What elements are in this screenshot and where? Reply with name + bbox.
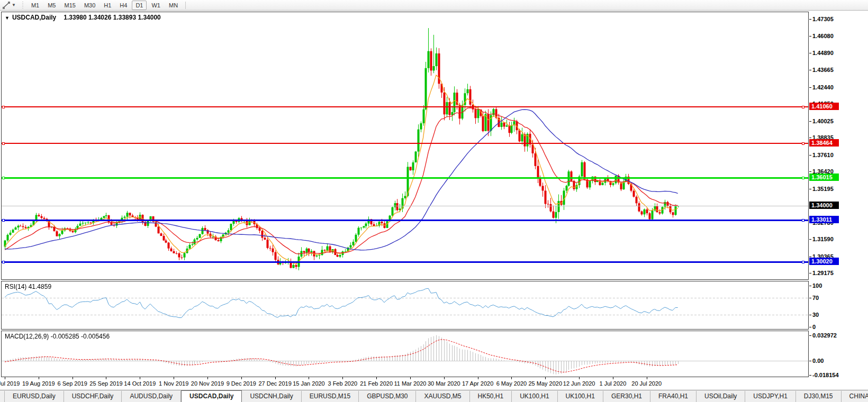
time-axis-tick — [174, 377, 174, 379]
timeframe-button-m15[interactable]: M15 — [60, 1, 79, 10]
time-axis-tick — [73, 377, 73, 379]
time-axis-tick — [309, 377, 309, 379]
line-anchor-handle[interactable] — [802, 106, 804, 108]
time-axis-tick — [410, 377, 411, 379]
chart-tab-usdcnh-daily-4[interactable]: USDCNH,Daily — [242, 391, 301, 402]
current-price-line — [2, 206, 808, 206]
time-axis-label: 11 Mar 2020 — [394, 380, 426, 387]
time-axis-label: 14 Oct 2019 — [124, 380, 156, 387]
time-axis-label: 12 Jun 2020 — [563, 380, 595, 387]
line-anchor-handle[interactable] — [802, 219, 804, 222]
time-axis-tick — [444, 377, 445, 379]
timeframe-button-m1[interactable]: M1 — [28, 1, 43, 10]
time-axis-label: 6 Sep 2019 — [58, 380, 87, 387]
rsi-axis-tick: 70 — [812, 295, 819, 301]
timeframe-button-h4[interactable]: H4 — [116, 1, 131, 10]
time-axis-tick — [241, 377, 242, 379]
time-axis-tick — [376, 377, 377, 379]
macd-canvas[interactable] — [2, 331, 808, 377]
chart-tab-usdjpy-h1-14[interactable]: USDJPY,H1 — [745, 391, 795, 402]
timeframe-button-m30[interactable]: M30 — [80, 1, 99, 10]
price-axis-tick: 1.44890 — [812, 50, 834, 56]
macd-axis-tick: -0.018154 — [812, 372, 839, 378]
chart-tab-uk100-h1-10[interactable]: UK100,H1 — [558, 391, 603, 402]
price-axis-tick: 1.31590 — [812, 236, 834, 242]
price-badge-1.36015: 1.36015 — [809, 173, 839, 181]
horizontal-level-line-1.38464[interactable] — [2, 143, 808, 144]
timeframe-button-h1[interactable]: H1 — [100, 1, 115, 10]
chart-symbol-period: USDCAD,Daily — [12, 14, 56, 21]
line-anchor-handle[interactable] — [802, 142, 804, 145]
macd-axis-tick: 0.032972 — [812, 332, 837, 339]
timeframe-button-m5[interactable]: M5 — [44, 1, 59, 10]
chart-tab-dj30-m15-15[interactable]: DJ30,M15 — [796, 391, 842, 402]
horizontal-level-line-1.36015[interactable] — [2, 177, 808, 179]
time-axis-tick — [342, 377, 343, 379]
chart-tab-china300-h4-16[interactable]: CHINA300,H4 — [842, 391, 868, 402]
chart-tab-xauusd-m5-7[interactable]: XAUUSD,M5 — [416, 391, 469, 402]
toolbar-grip[interactable] — [22, 2, 24, 9]
time-axis-label: 25 Sep 2019 — [89, 380, 122, 387]
price-axis-tick: 1.35195 — [812, 186, 834, 192]
time-axis-label: 31 Jul 2019 — [0, 380, 20, 387]
chart-tab-audusd-daily-2[interactable]: AUDUSD,Daily — [122, 391, 181, 402]
time-axis-tick — [545, 377, 546, 379]
timeframe-button-w1[interactable]: W1 — [148, 1, 164, 10]
time-axis-label: 20 Jul 2020 — [631, 380, 662, 387]
line-anchor-handle[interactable] — [802, 177, 804, 179]
time-axis-label: 30 Mar 2020 — [428, 380, 460, 387]
chart-title-caret[interactable]: ▼ — [5, 15, 10, 21]
trendline-tool-icon[interactable] — [2, 2, 11, 9]
chart-tab-usoil-daily-13[interactable]: USOil,Daily — [697, 391, 745, 402]
rsi-label: RSI(14) 41.4859 — [5, 283, 51, 290]
price-axis-tick: 1.42440 — [812, 84, 834, 90]
price-axis-tick: 1.43665 — [812, 67, 834, 73]
chart-tab-gbpusd-m30-6[interactable]: GBPUSD,M30 — [359, 391, 416, 402]
horizontal-level-line-1.41060[interactable] — [2, 106, 808, 107]
horizontal-level-line-1.30020[interactable] — [2, 261, 808, 263]
chart-tab-uk100-h1-9[interactable]: UK100,H1 — [512, 391, 557, 402]
price-axis-tick: 1.46080 — [812, 33, 834, 39]
time-axis-label: 25 May 2020 — [528, 380, 562, 387]
chart-title: ▼USDCAD,Daily1.33980 1.34026 1.33893 1.3… — [5, 14, 161, 21]
time-axis-label: 27 Dec 2019 — [258, 380, 291, 387]
time-axis-tick — [140, 377, 140, 379]
line-anchor-handle[interactable] — [2, 106, 5, 108]
chart-tab-ger30-h1-11[interactable]: GER30,H1 — [603, 391, 650, 402]
chart-tab-fra40-h1-12[interactable]: FRA40,H1 — [650, 391, 697, 402]
time-axis-tick — [5, 377, 5, 379]
chart-tab-usdcad-daily-3[interactable]: USDCAD,Daily — [181, 390, 242, 402]
toolbar-separator — [185, 2, 186, 9]
line-anchor-handle[interactable] — [2, 142, 5, 145]
rsi-indicator-panel: RSI(14) 41.4859 — [1, 281, 809, 330]
time-axis-tick — [478, 377, 478, 379]
horizontal-level-line-1.33011[interactable] — [2, 220, 808, 221]
price-axis-tick: 1.47305 — [812, 16, 834, 22]
price-axis-tick: 1.40025 — [812, 118, 834, 124]
time-axis-label: 6 May 2020 — [496, 380, 527, 387]
rsi-canvas[interactable] — [2, 281, 808, 329]
time-axis-tick — [207, 377, 208, 379]
chart-tab-eurusd-m15-5[interactable]: EURUSD,M15 — [302, 391, 359, 402]
price-chart-canvas[interactable] — [2, 12, 808, 279]
line-anchor-handle[interactable] — [802, 261, 804, 263]
timeframe-button-mn[interactable]: MN — [165, 1, 182, 10]
current-price-badge: 1.34000 — [809, 202, 839, 209]
price-axis: 1.473051.460801.448901.436651.424401.412… — [809, 12, 867, 378]
time-axis-label: 20 Nov 2019 — [191, 380, 224, 387]
time-axis-tick — [613, 377, 613, 379]
chart-tab-eurusd-daily-0[interactable]: EURUSD,Daily — [4, 391, 64, 402]
chart-tab-usdchf-daily-1[interactable]: USDCHF,Daily — [64, 391, 122, 402]
time-axis: 31 Jul 201919 Aug 20196 Sep 201925 Sep 2… — [1, 377, 809, 390]
tool-dropdown-caret[interactable]: ▼ — [12, 3, 16, 7]
price-chart-panel: ▼USDCAD,Daily1.33980 1.34026 1.33893 1.3… — [1, 12, 809, 280]
time-axis-tick — [275, 377, 276, 379]
line-anchor-handle[interactable] — [2, 177, 5, 179]
line-anchor-handle[interactable] — [2, 219, 5, 222]
macd-indicator-panel: MACD(12,26,9) -0.005285 -0.005456 — [1, 331, 809, 377]
price-badge-1.38464: 1.38464 — [809, 139, 839, 147]
timeframe-button-d1[interactable]: D1 — [132, 1, 147, 10]
chart-tab-hk50-h1-8[interactable]: HK50,H1 — [470, 391, 512, 402]
chart-ohlc-values: 1.33980 1.34026 1.33893 1.34000 — [64, 14, 161, 21]
line-anchor-handle[interactable] — [2, 261, 5, 263]
